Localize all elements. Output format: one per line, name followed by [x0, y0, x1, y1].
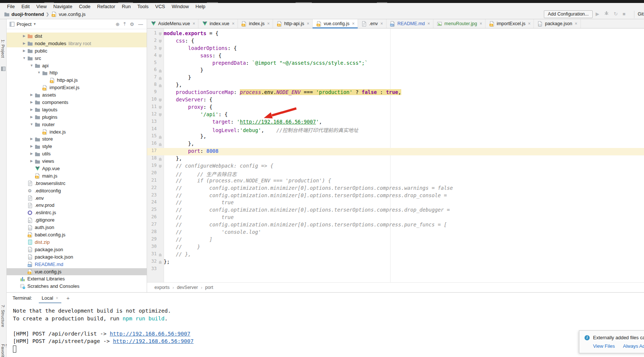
- tree-item-README.md[interactable]: MDREADME.md: [7, 261, 147, 268]
- breadcrumb-exports[interactable]: exports: [154, 285, 170, 290]
- code-line-12[interactable]: 12 '/api': {: [147, 111, 644, 119]
- code-line-28[interactable]: 28 // 'console.log': [147, 229, 644, 236]
- tree-item-auth.json[interactable]: {}auth.json: [7, 224, 147, 231]
- chevron-icon[interactable]: ▶: [29, 114, 34, 121]
- chevron-icon[interactable]: ▶: [29, 91, 34, 99]
- code-line-20[interactable]: 20 // // 生产去除日志: [147, 170, 644, 178]
- menu-window[interactable]: Window: [168, 3, 192, 10]
- chevron-icon[interactable]: ▼: [21, 55, 27, 62]
- code-line-26[interactable]: 26 // true: [147, 214, 644, 222]
- close-icon[interactable]: ×: [232, 21, 235, 26]
- terminal-link[interactable]: http://192.168.66.56:9007: [110, 331, 190, 337]
- tree-item-Scratches and Consoles[interactable]: Scratches and Consoles: [7, 283, 147, 290]
- fold-marker[interactable]: [157, 163, 164, 170]
- fold-marker[interactable]: [157, 45, 164, 53]
- code-line-3[interactable]: 3 loaderOptions: {: [147, 45, 644, 53]
- code-line-7[interactable]: 7 }: [147, 74, 644, 82]
- add-configuration-button[interactable]: Add Configuration...: [544, 10, 593, 18]
- code-line-13[interactable]: 13 target: 'http://192.168.66.56:9007',: [147, 119, 644, 126]
- tree-item-.env.prod[interactable]: .env.prod: [7, 202, 147, 209]
- chevron-down-icon[interactable]: ▼: [33, 22, 36, 26]
- menu-vcs[interactable]: VCS: [152, 3, 168, 10]
- hide-panel-icon[interactable]: —: [138, 21, 143, 27]
- fold-marker[interactable]: [157, 251, 164, 259]
- project-tool-icon[interactable]: [1, 67, 6, 71]
- git-label[interactable]: Git:: [638, 11, 644, 17]
- chevron-icon[interactable]: ▶: [29, 143, 34, 150]
- code-line-32[interactable]: 32};: [147, 259, 644, 266]
- close-icon[interactable]: ×: [267, 21, 270, 26]
- tree-item-babel.config.js[interactable]: JSbabel.config.js: [7, 231, 147, 239]
- close-icon[interactable]: ×: [352, 21, 355, 26]
- fold-marker[interactable]: [157, 97, 164, 104]
- fold-marker[interactable]: [157, 67, 164, 74]
- code-line-29[interactable]: 29 // ]: [147, 236, 644, 244]
- tab-AsideMenu.vue[interactable]: AsideMenu.vue×: [147, 19, 198, 28]
- code-line-18[interactable]: 18 },: [147, 155, 644, 163]
- menu-navigate[interactable]: Navigate: [50, 3, 75, 10]
- tree-item-External Libraries[interactable]: External Libraries: [7, 275, 147, 283]
- tree-item-plugins[interactable]: ▶plugins: [7, 114, 147, 121]
- sidebar-tab-project[interactable]: 1: Project: [1, 40, 5, 58]
- tab-index.vue[interactable]: index.vue×: [198, 19, 238, 28]
- fold-marker[interactable]: [157, 141, 164, 148]
- tree-item-index.js[interactable]: JSindex.js: [7, 128, 147, 136]
- fold-marker[interactable]: [157, 82, 164, 89]
- code-line-21[interactable]: 21 // if (process.env.NODE_ENV === 'prod…: [147, 178, 644, 185]
- code-line-22[interactable]: 22 // config.optimization.minimizer[0].o…: [147, 185, 644, 192]
- chevron-icon[interactable]: ▶: [21, 40, 27, 47]
- tree-item-http-api.js[interactable]: JShttp-api.js: [7, 77, 147, 84]
- tree-item-package-lock.json[interactable]: {}package-lock.json: [7, 253, 147, 261]
- code-line-4[interactable]: 4 sass: {: [147, 53, 644, 60]
- menu-file[interactable]: File: [4, 3, 18, 10]
- tab-package.json[interactable]: {}package.json×: [534, 19, 581, 28]
- code-editor[interactable]: 1module.exports = {2 css: {3 loaderOptio…: [147, 28, 644, 282]
- terminal-cursor[interactable]: [13, 346, 16, 353]
- project-panel-title[interactable]: Project: [17, 21, 31, 27]
- always-add-link[interactable]: Always Add: [623, 343, 644, 349]
- breadcrumb-port[interactable]: port: [205, 285, 213, 290]
- tree-item-.editorconfig[interactable]: ⚙.editorconfig: [7, 187, 147, 195]
- close-icon[interactable]: ×: [528, 21, 531, 26]
- close-icon[interactable]: ×: [192, 21, 195, 26]
- code-line-15[interactable]: 15 },: [147, 133, 644, 141]
- tab-.env[interactable]: .env×: [358, 19, 386, 28]
- tree-item-style[interactable]: ▶style: [7, 143, 147, 150]
- tab-menuRouter.jpg[interactable]: menuRouter.jpg×: [433, 19, 485, 28]
- fold-marker[interactable]: [157, 53, 164, 60]
- debug-icon[interactable]: [604, 11, 609, 17]
- tree-item-public[interactable]: ▶public: [7, 47, 147, 55]
- code-line-30[interactable]: 30 // }: [147, 244, 644, 251]
- tree-item-store[interactable]: ▶store: [7, 135, 147, 143]
- new-terminal-button[interactable]: +: [67, 295, 70, 301]
- stop-icon[interactable]: ■: [623, 11, 626, 17]
- fold-marker[interactable]: [157, 104, 164, 111]
- chevron-icon[interactable]: ▼: [29, 121, 34, 128]
- tab-README.md[interactable]: MDREADME.md×: [386, 19, 433, 28]
- coverage-icon[interactable]: ↻: [614, 11, 618, 17]
- chevron-icon[interactable]: ▶: [29, 150, 34, 158]
- tree-item-vue.config.js[interactable]: JSvue.config.js: [7, 268, 147, 276]
- menu-tools[interactable]: Tools: [134, 3, 152, 10]
- code-line-16[interactable]: 16 },: [147, 141, 644, 148]
- close-icon[interactable]: ×: [480, 21, 482, 26]
- tab-importExcel.js[interactable]: JSimportExcel.js×: [485, 19, 534, 28]
- run-icon[interactable]: ▶: [596, 11, 599, 17]
- code-line-24[interactable]: 24 // true: [147, 199, 644, 207]
- view-files-link[interactable]: View Files: [593, 343, 615, 349]
- tree-item-.browserslistrc[interactable]: .browserslistrc: [7, 180, 147, 187]
- code-line-8[interactable]: 8 },: [147, 82, 644, 89]
- settings-gear-icon[interactable]: ⚙: [130, 21, 134, 27]
- chevron-icon[interactable]: ▶: [29, 99, 34, 106]
- code-line-17[interactable]: 17 port: 8008: [147, 148, 644, 155]
- close-icon[interactable]: ×: [380, 21, 383, 26]
- tree-item-.gitignore[interactable]: .gitignore: [7, 216, 147, 224]
- menu-view[interactable]: View: [33, 3, 50, 10]
- sidebar-tab-structure[interactable]: 7: Structure: [1, 305, 5, 327]
- code-line-25[interactable]: 25 // config.optimization.minimizer[0].o…: [147, 207, 644, 214]
- tree-item-utils[interactable]: ▶utils: [7, 150, 147, 158]
- tree-item-importExcel.js[interactable]: JSimportExcel.js: [7, 84, 147, 91]
- tree-item-.env[interactable]: .env: [7, 195, 147, 202]
- breadcrumb-file[interactable]: vue.config.js: [59, 11, 85, 17]
- menu-edit[interactable]: Edit: [18, 3, 33, 10]
